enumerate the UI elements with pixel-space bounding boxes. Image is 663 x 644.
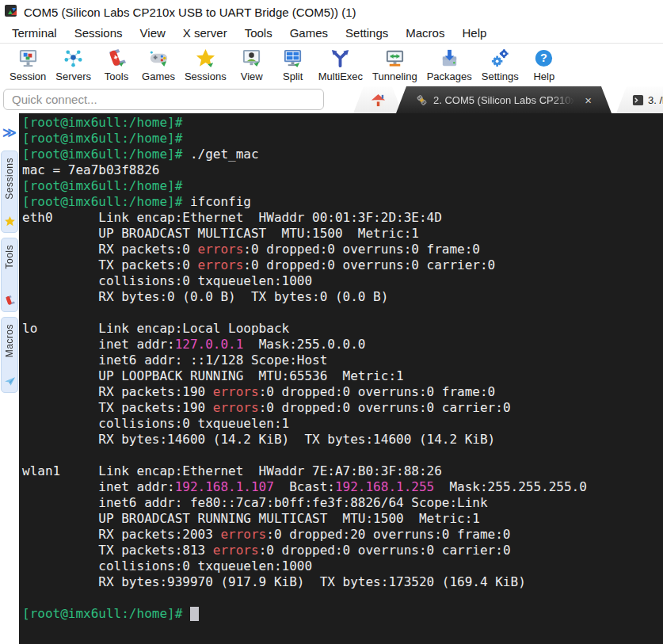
- toolbar-button-games[interactable]: Games: [137, 47, 180, 83]
- toolbar-label: Session: [10, 70, 46, 82]
- toolbar-button-split[interactable]: Split: [272, 47, 314, 83]
- terminal-icon: [632, 94, 644, 106]
- toolbar-button-multiexec[interactable]: MultiExec: [314, 47, 368, 83]
- terminal-line: [22, 305, 663, 321]
- sidebar-tab-tools[interactable]: Tools: [1, 238, 18, 312]
- toolbar-label: Sessions: [185, 70, 227, 82]
- menu-help[interactable]: Help: [453, 24, 495, 42]
- svg-text:?: ?: [540, 51, 547, 64]
- sidebar-tab-label: Sessions: [4, 158, 15, 200]
- menu-macros[interactable]: Macros: [397, 24, 453, 42]
- tab-shell-3[interactable]: 3. /h: [616, 86, 663, 113]
- sidebar-tab-sessions[interactable]: Sessions: [1, 151, 18, 233]
- toolbar-button-help[interactable]: ? Help: [524, 47, 565, 83]
- toolbar-button-servers[interactable]: Servers: [51, 47, 96, 83]
- terminal-line: TX packets:190 errors:0 dropped:0 overru…: [22, 400, 663, 416]
- help-icon: ?: [533, 48, 554, 69]
- app-logo-icon: [5, 5, 19, 19]
- tab-home[interactable]: [353, 86, 402, 113]
- terminal-line: mac = 7ea7b03f8826: [22, 162, 663, 178]
- toolbar-label: Help: [533, 70, 554, 82]
- tab-bar: 2. COM5 (Silicon Labs CP210x USB t × 3. …: [0, 86, 663, 113]
- window-title: COM5 (Silicon Labs CP210x USB to UART Br…: [24, 6, 356, 19]
- terminal-line: inet6 addr: fe80::7ca7:b0ff:fe3f:8826/64…: [22, 495, 663, 511]
- star-icon: [4, 215, 16, 227]
- title-bar: COM5 (Silicon Labs CP210x USB to UART Br…: [0, 0, 663, 22]
- sidebar-tab-macros[interactable]: Macros: [1, 317, 18, 393]
- terminal-line: lo Link encap:Local Loopback: [22, 321, 663, 337]
- menu-bar: Terminal Sessions View X server Tools Ga…: [0, 22, 663, 44]
- terminal-line: TX packets:813 errors:0 dropped:0 overru…: [22, 543, 663, 558]
- terminal-line: inet addr:192.168.1.107 Bcast:192.168.1.…: [22, 479, 663, 495]
- split-icon: [282, 48, 303, 69]
- terminal-line: RX bytes:939970 (917.9 KiB) TX bytes:173…: [22, 574, 663, 590]
- quick-connect-input[interactable]: [3, 89, 324, 110]
- tab-label: 2. COM5 (Silicon Labs CP210x USB t: [433, 94, 577, 106]
- menu-terminal[interactable]: Terminal: [3, 24, 66, 42]
- terminal-line: RX bytes:0 (0.0 B) TX bytes:0 (0.0 B): [22, 289, 663, 305]
- terminal-cursor: [190, 607, 199, 621]
- terminal-line: RX packets:2003 errors:0 dropped:20 over…: [22, 527, 663, 543]
- star-icon: [195, 48, 216, 69]
- toolbar-label: Settings: [482, 70, 519, 82]
- paper-plane-icon: [4, 375, 16, 387]
- menu-tools[interactable]: Tools: [236, 24, 281, 42]
- gamepad-icon: [148, 48, 170, 69]
- menu-x-server[interactable]: X server: [174, 24, 236, 42]
- packages-icon: [439, 48, 460, 69]
- toolbar-label: Packages: [427, 70, 472, 82]
- left-sidebar: ≫ Sessions Tools Macros: [0, 113, 19, 644]
- terminal-line: [22, 448, 663, 463]
- sidebar-tab-label: Macros: [4, 324, 15, 357]
- terminal-line: [root@imx6ull:/home]# ./get_mac: [22, 147, 663, 162]
- toolbar-button-settings[interactable]: Settings: [477, 47, 524, 83]
- terminal-line: [root@imx6ull:/home]# ifconfig: [22, 194, 663, 210]
- terminal-line: UP BROADCAST RUNNING MULTICAST MTU:1500 …: [22, 511, 663, 527]
- toolbar-label: MultiExec: [318, 70, 363, 82]
- menu-sessions[interactable]: Sessions: [66, 24, 131, 42]
- toolbar-button-view[interactable]: View: [231, 47, 272, 83]
- terminal-line: [root@imx6ull:/home]#: [22, 178, 663, 194]
- toolbar-button-tunneling[interactable]: Tunneling: [368, 47, 422, 83]
- tab-label: 3. /h: [648, 94, 663, 106]
- terminal-line: [root@imx6ull:/home]#: [22, 131, 663, 147]
- mobaxterm-window: COM5 (Silicon Labs CP210x USB to UART Br…: [0, 0, 663, 644]
- terminal-line: collisions:0 txqueuelen:1000: [22, 273, 663, 289]
- multiexec-y-icon: [330, 48, 351, 69]
- expand-sidebar-icon[interactable]: ≫: [2, 124, 17, 141]
- terminal-line: RX bytes:14600 (14.2 KiB) TX bytes:14600…: [22, 432, 663, 448]
- toolbar-label: Split: [283, 70, 303, 82]
- terminal-line: [root@imx6ull:/home]#: [22, 115, 663, 131]
- sidebar-tab-label: Tools: [4, 245, 15, 269]
- toolbar-button-sessions[interactable]: Sessions: [180, 47, 231, 83]
- tab-com5-active[interactable]: 2. COM5 (Silicon Labs CP210x USB t ×: [396, 86, 612, 113]
- toolbar-button-packages[interactable]: Packages: [422, 47, 477, 83]
- tab-close-icon[interactable]: ×: [582, 93, 594, 107]
- menu-view[interactable]: View: [131, 24, 174, 42]
- toolbar-label: View: [241, 70, 263, 82]
- tunneling-icon: [384, 48, 406, 69]
- terminal-line: wlan1 Link encap:Ethernet HWaddr 7E:A7:B…: [22, 463, 663, 479]
- menu-games[interactable]: Games: [281, 24, 337, 42]
- servers-icon: [63, 48, 84, 69]
- menu-settings[interactable]: Settings: [337, 24, 397, 42]
- terminal-line: [22, 590, 663, 606]
- gears-icon: [490, 48, 511, 69]
- terminal-line: RX packets:0 errors:0 dropped:0 overruns…: [22, 242, 663, 257]
- terminal[interactable]: [root@imx6ull:/home]# [root@imx6ull:/hom…: [19, 113, 663, 644]
- terminal-line: collisions:0 txqueuelen:1: [22, 416, 663, 432]
- home-icon: [371, 93, 386, 108]
- toolbar-button-session[interactable]: Session: [5, 47, 51, 83]
- terminal-line: RX packets:190 errors:0 dropped:0 overru…: [22, 384, 663, 400]
- terminal-line: UP LOOPBACK RUNNING MTU:65536 Metric:1: [22, 368, 663, 384]
- toolbar: Session Servers: [0, 44, 663, 86]
- terminal-line: inet addr:127.0.0.1 Mask:255.0.0.0: [22, 337, 663, 352]
- toolbar-label: Tunneling: [372, 70, 417, 82]
- terminal-line: collisions:0 txqueuelen:1000: [22, 558, 663, 574]
- toolbar-label: Servers: [55, 70, 91, 82]
- toolbar-button-tools[interactable]: Tools: [96, 47, 137, 83]
- terminal-body: [root@imx6ull:/home]# [root@imx6ull:/hom…: [22, 115, 663, 622]
- toolbar-label: Tools: [105, 70, 128, 82]
- terminal-line: UP BROADCAST MULTICAST MTU:1500 Metric:1: [22, 226, 663, 242]
- terminal-line: eth0 Link encap:Ethernet HWaddr 00:01:3F…: [22, 210, 663, 226]
